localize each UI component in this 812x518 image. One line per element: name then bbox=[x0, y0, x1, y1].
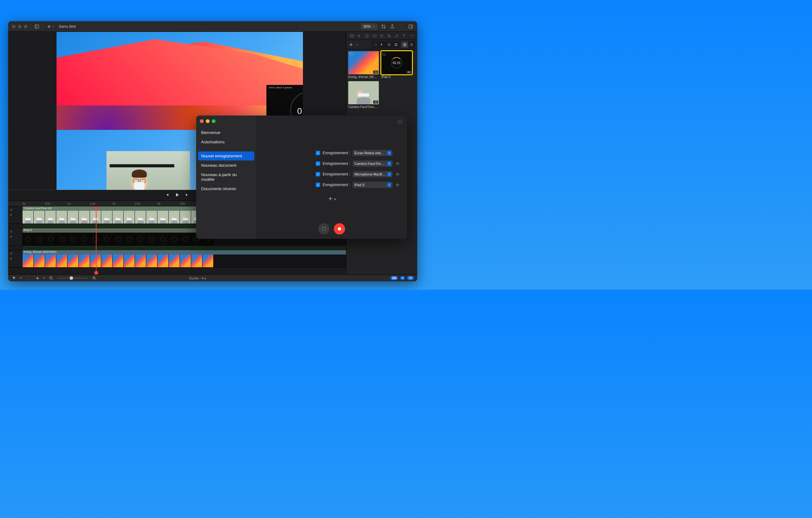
prev-button[interactable] bbox=[165, 192, 170, 198]
pointer-tool-icon[interactable] bbox=[11, 276, 17, 281]
svg-point-36 bbox=[397, 184, 398, 185]
filter-grid-icon[interactable] bbox=[393, 41, 400, 48]
library-item[interactable]: 4sCaméra FaceTime… bbox=[348, 81, 379, 109]
preview-eye-icon[interactable] bbox=[395, 172, 400, 177]
svg-point-4 bbox=[11, 209, 12, 210]
dialog-sidebar-item[interactable]: Nouveau à partir du modèle bbox=[198, 170, 254, 184]
svg-rect-26 bbox=[383, 54, 386, 56]
zoom-in-icon[interactable] bbox=[91, 276, 97, 281]
recording-label: Enregistrement : bbox=[323, 172, 350, 176]
tab-library-icon[interactable] bbox=[409, 33, 414, 39]
tab-screen-icon[interactable] bbox=[372, 33, 377, 39]
dialog-main: ✓Enregistrement :Écran Retina intégré✓En… bbox=[256, 116, 407, 239]
svg-point-32 bbox=[400, 121, 400, 122]
close-button[interactable] bbox=[200, 119, 204, 123]
add-source-button[interactable]: ＋▾ bbox=[263, 194, 400, 203]
dialog-sidebar-item[interactable]: Bienvenue bbox=[198, 128, 254, 137]
dialog-sidebar-item[interactable]: Autorisations bbox=[198, 137, 254, 146]
svg-rect-0 bbox=[35, 25, 39, 28]
svg-rect-21 bbox=[404, 44, 405, 45]
minimize-button[interactable] bbox=[206, 119, 209, 123]
next-button[interactable] bbox=[184, 192, 190, 198]
minimize-button[interactable] bbox=[18, 25, 22, 28]
sidebar-toggle-icon[interactable] bbox=[34, 24, 40, 29]
overflow-icon[interactable] bbox=[398, 119, 403, 124]
checkbox[interactable]: ✓ bbox=[316, 162, 320, 166]
tab-text-icon[interactable] bbox=[401, 33, 407, 39]
tab-video-icon[interactable] bbox=[349, 33, 355, 39]
zoom-slider[interactable] bbox=[57, 278, 88, 279]
svg-point-33 bbox=[401, 121, 401, 122]
progress-badge[interactable]: 80 bbox=[407, 276, 414, 280]
checkbox[interactable]: ✓ bbox=[316, 183, 320, 187]
library-item[interactable]: 4sEnreg. d'écran 20/… bbox=[348, 51, 379, 79]
filter-web-icon[interactable] bbox=[386, 41, 393, 48]
fullscreen-button[interactable] bbox=[24, 25, 28, 28]
library-view-segment bbox=[401, 41, 415, 48]
recording-label: Enregistrement : bbox=[323, 162, 350, 166]
titlebar: Sans titre 30% bbox=[8, 21, 417, 32]
visibility-icon[interactable] bbox=[9, 208, 14, 212]
visibility-icon[interactable] bbox=[9, 251, 14, 256]
mute-icon[interactable] bbox=[9, 234, 14, 239]
source-select[interactable]: Microphone MacBook Air bbox=[353, 171, 393, 177]
svg-point-31 bbox=[399, 121, 400, 122]
play-button[interactable] bbox=[174, 192, 180, 199]
dialog-sidebar-item[interactable]: Nouveau document bbox=[198, 161, 254, 170]
keyboard-icon-badge[interactable]: ⌨ bbox=[390, 276, 398, 280]
share-icon[interactable] bbox=[389, 24, 395, 29]
inspector-toggle-icon[interactable] bbox=[408, 24, 413, 29]
svg-rect-18 bbox=[396, 44, 397, 44]
zoom-selector[interactable]: 30% bbox=[361, 23, 378, 30]
dialog-sidebar: BienvenueAutorisationsNouvel enregistrem… bbox=[196, 116, 256, 239]
preview-eye-icon[interactable] bbox=[395, 182, 400, 188]
library-item[interactable]: 01:214siPad S bbox=[381, 51, 412, 79]
loop-icon-badge[interactable]: ⟳ bbox=[400, 276, 405, 280]
checkbox[interactable]: ✓ bbox=[316, 151, 320, 155]
recording-label: Enregistrement : bbox=[323, 183, 350, 187]
tab-history-icon[interactable] bbox=[364, 33, 370, 39]
record-button[interactable] bbox=[334, 223, 345, 234]
dialog-sidebar-item[interactable]: Nouvel enregistrement bbox=[198, 151, 254, 161]
svg-rect-10 bbox=[373, 34, 376, 36]
footer-add-button[interactable] bbox=[35, 276, 40, 281]
visibility-icon[interactable] bbox=[9, 230, 14, 234]
svg-rect-8 bbox=[350, 35, 354, 35]
add-button[interactable] bbox=[46, 24, 52, 29]
source-select[interactable]: iPad S bbox=[353, 182, 393, 188]
library-item-label: iPad S bbox=[381, 75, 412, 79]
dialog-sidebar-item[interactable]: Documents récents bbox=[198, 184, 254, 193]
library-grid: 4sEnreg. d'écran 20/…01:214siPad S4sCamé… bbox=[346, 49, 417, 111]
tab-shapes-icon[interactable] bbox=[386, 33, 392, 39]
filter-clips-icon[interactable] bbox=[372, 41, 379, 48]
mute-icon[interactable] bbox=[9, 213, 14, 217]
svg-rect-17 bbox=[395, 44, 396, 44]
checkbox[interactable]: ✓ bbox=[316, 172, 320, 176]
crop-icon[interactable] bbox=[381, 24, 386, 29]
chevron-down-icon[interactable] bbox=[355, 42, 358, 48]
library-add-button[interactable] bbox=[348, 42, 354, 48]
view-grid-icon[interactable] bbox=[401, 41, 408, 48]
source-select[interactable]: Écran Retina intégré bbox=[353, 150, 393, 156]
preview-eye-icon[interactable] bbox=[395, 161, 400, 166]
source-select[interactable]: Caméra FaceTime HD bbox=[353, 161, 393, 167]
dropdown-icon[interactable] bbox=[52, 24, 55, 29]
recording-label: Enregistrement : bbox=[323, 151, 350, 155]
mute-icon[interactable] bbox=[9, 256, 14, 261]
selection-mode-button[interactable] bbox=[318, 223, 329, 234]
view-list-icon[interactable] bbox=[408, 41, 415, 48]
zoom-out-icon[interactable] bbox=[49, 276, 54, 281]
library-filter-segment bbox=[372, 41, 400, 48]
inspector-tabs bbox=[346, 32, 417, 40]
tab-audio-icon[interactable] bbox=[357, 33, 362, 39]
close-button[interactable] bbox=[12, 25, 16, 28]
svg-rect-23 bbox=[404, 45, 405, 46]
dialog-window-controls bbox=[196, 116, 256, 127]
fullscreen-button[interactable] bbox=[212, 119, 215, 123]
webcam-pip[interactable] bbox=[107, 151, 190, 196]
filter-audio-icon[interactable] bbox=[379, 41, 386, 48]
tab-pen-icon[interactable] bbox=[394, 33, 400, 39]
tab-marker-icon[interactable] bbox=[379, 33, 384, 39]
window-controls bbox=[12, 25, 28, 28]
svg-point-14 bbox=[389, 35, 391, 37]
